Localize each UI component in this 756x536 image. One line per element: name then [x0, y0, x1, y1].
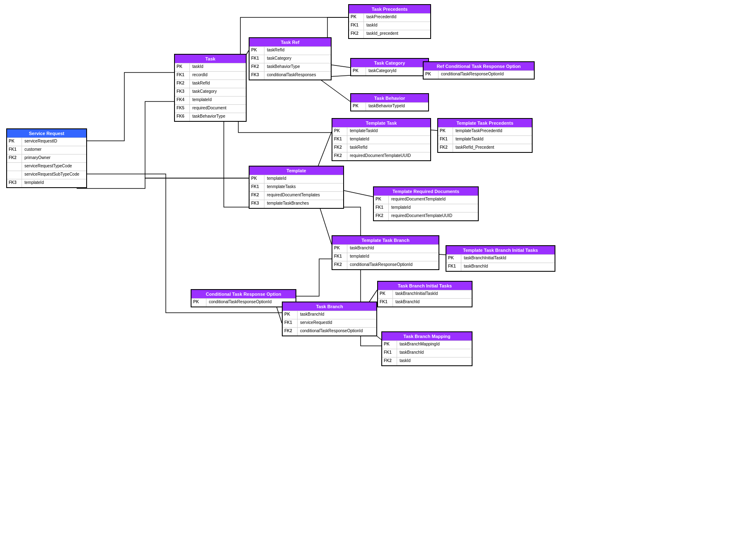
entity-header-task-branch-initial-tasks: Task Branch Initial Tasks: [378, 282, 472, 290]
entity-task-ref: Task Ref PK taskRefId FK1 taskCategory F…: [249, 37, 332, 80]
entity-header-task-precedents: Task Precedents: [349, 5, 430, 13]
entity-header-task-behavior: Task Behavior: [351, 94, 428, 102]
diagram-canvas: Service Request PK serviceRequestID FK1 …: [0, 0, 756, 536]
entity-template: Template PK templateId FK1 tenmplateTask…: [249, 166, 344, 209]
entity-template-task-branch-initial-tasks: Template Task Branch Initial Tasks PK ta…: [446, 245, 555, 272]
entity-header-ref-conditional: Ref Conditional Task Response Option: [424, 62, 534, 70]
row-requiredDocumentTemplates: FK2 requiredDocumentTemplates: [250, 191, 343, 200]
row-taskCategory-ref: FK1 taskCategory: [250, 55, 331, 63]
row-taskId-precedent: FK2 taskId_precedent: [349, 30, 430, 38]
entity-conditional-task-response-option: Conditional Task Response Option PK cond…: [191, 289, 296, 307]
row-templateTaskBranches: FK3 templateTaskBranches: [250, 200, 343, 208]
row-templateTaskId: PK templateTaskId: [332, 127, 430, 135]
entity-task-branch-mapping: Task Branch Mapping PK taskBranchMapping…: [381, 331, 472, 366]
row-primaryOwner: FK2 primaryOwner: [7, 154, 86, 162]
row-conditionalTaskResponseOptionId-ref: PK conditionalTaskResponseOptionId: [424, 70, 534, 79]
entity-header-task-branch: Task Branch: [283, 302, 376, 311]
entity-header-task-branch-mapping: Task Branch Mapping: [382, 332, 472, 340]
entity-header-conditional-task-response-option: Conditional Task Response Option: [191, 290, 296, 298]
row-requiredDocumentTemplateId: PK requiredDocumentTemplateId: [374, 196, 478, 204]
row-templateId-t: PK templateId: [250, 175, 343, 183]
entity-ref-conditional: Ref Conditional Task Response Option PK …: [423, 61, 535, 80]
entity-template-task-branch: Template Task Branch PK taskBranchId FK1…: [332, 235, 439, 270]
row-taskPrecedentId: PK taskPrecedentId: [349, 13, 430, 22]
row-templateId-task: FK4 templateId: [175, 96, 246, 104]
row-taskRefId-ref: PK taskRefId: [250, 46, 331, 55]
row-templateTaskId-ttp: FK1 templateTaskId: [438, 135, 532, 144]
row-templateId-trd: FK1 templateId: [374, 204, 478, 212]
entity-task: Task PK taskId FK1 recordId FK2 taskRefI…: [174, 54, 247, 122]
row-taskBranchId-ttb: PK taskBranchId: [332, 244, 439, 253]
row-taskId: PK taskId: [175, 63, 246, 71]
row-templateId-ttb: FK1 templateId: [332, 253, 439, 261]
row-taskBranchInitialTaskId-ttbit: PK taskBranchInitialTaskId: [446, 254, 555, 263]
entity-task-branch: Task Branch PK taskBranchId FK1 serviceR…: [282, 302, 377, 336]
row-taskCategory-task: FK3 taskCategory: [175, 88, 246, 96]
row-conditionalTaskResponseOptionId-ctro: PK conditionalTaskResponseOptionId: [191, 298, 296, 307]
row-recordId: FK1 recordId: [175, 71, 246, 80]
row-taskBranchMappingId: PK taskBranchMappingId: [382, 340, 472, 349]
row-taskRefId-precedent: FK2 taskRefId_Precedent: [438, 144, 532, 152]
row-taskBehaviorTypeId: PK taskBehaviorTypeId: [351, 102, 428, 111]
row-taskBranchId-tb: PK taskBranchId: [283, 311, 376, 319]
entity-header-task-ref: Task Ref: [250, 38, 331, 46]
row-taskId-tbm: FK2 taskId: [382, 357, 472, 365]
row-taskBranchId-tbit: FK1 taskBranchId: [378, 298, 472, 307]
entity-header-template-task: Template Task: [332, 119, 430, 127]
row-conditionalTaskResponseOptionId-ttb: FK2 conditionalTaskResponseOptionId: [332, 261, 439, 269]
entity-header-template-task-branch-initial-tasks: Template Task Branch Initial Tasks: [446, 246, 555, 254]
row-customer: FK1 customer: [7, 146, 86, 154]
row-taskBranchId-tbm: FK1 taskBranchId: [382, 349, 472, 357]
entity-task-category: Task Category PK taskCategoryId: [350, 58, 429, 76]
row-serviceRequestTypeCode: serviceRequestTypeCode: [7, 162, 86, 171]
entity-template-required-documents: Template Required Documents PK requiredD…: [373, 186, 479, 221]
entity-header-service-request: Service Request: [7, 129, 86, 138]
row-taskBehaviorType-ref: FK2 taskBehaviorType: [250, 63, 331, 71]
row-conditionalTaskResponseOptionId-tb: FK2 conditionalTaskResponseOptionId: [283, 327, 376, 336]
row-conditionalTaskResponses: FK3 conditionalTaskResponses: [250, 71, 331, 80]
entity-header-template-required-documents: Template Required Documents: [374, 187, 478, 196]
entity-task-behavior: Task Behavior PK taskBehaviorTypeId: [350, 93, 429, 111]
entity-header-template-task-precedents: Template Task Precedents: [438, 119, 532, 127]
row-taskCategoryId: PK taskCategoryId: [351, 67, 428, 75]
entity-header-task: Task: [175, 55, 246, 63]
entity-service-request: Service Request PK serviceRequestID FK1 …: [6, 128, 87, 188]
row-serviceRequestId-tb: FK1 serviceRequestId: [283, 319, 376, 327]
row-taskBehaviorType-task: FK6 taskBehaviorType: [175, 113, 246, 121]
row-taskBranchId-ttbit: FK1 taskBranchId: [446, 263, 555, 271]
row-taskBranchInitialTaskId-tbit: PK taskBranchInitialTaskId: [378, 290, 472, 298]
row-taskId-prec: FK1 taskId: [349, 22, 430, 30]
row-requiredDocumentTemplateUUID-tt: FK2 requiredDocumentTemplateUUID: [332, 152, 430, 160]
row-requiredDocument: FK5 requiredDocument: [175, 104, 246, 113]
row-requiredDocumentTemplateUUID: FK2 requiredDocumentTemplateUUID: [374, 212, 478, 220]
row-templateId-sr: FK3 templateId: [7, 179, 86, 187]
entity-header-task-category: Task Category: [351, 59, 428, 67]
entity-header-template-task-branch: Template Task Branch: [332, 236, 439, 244]
entity-template-task: Template Task PK templateTaskId FK1 temp…: [332, 118, 431, 161]
entity-template-task-precedents: Template Task Precedents PK templateTask…: [437, 118, 533, 153]
row-templateId-tt: FK1 templateId: [332, 135, 430, 144]
entity-task-branch-initial-tasks: Task Branch Initial Tasks PK taskBranchI…: [377, 281, 472, 307]
row-templateTaskPrecedentId: PK templateTaskPrecedentId: [438, 127, 532, 135]
row-taskRefId-tt: FK2 taskRefId: [332, 144, 430, 152]
entity-task-precedents: Task Precedents PK taskPrecedentId FK1 t…: [348, 4, 431, 39]
row-taskRefId: FK2 taskRefId: [175, 80, 246, 88]
entity-header-template: Template: [250, 167, 343, 175]
row-tenmplateTasks: FK1 tenmplateTasks: [250, 183, 343, 191]
row-serviceRequestID: PK serviceRequestID: [7, 138, 86, 146]
row-serviceRequestSubTypeCode: serviceRequestSubTypeCode: [7, 171, 86, 179]
